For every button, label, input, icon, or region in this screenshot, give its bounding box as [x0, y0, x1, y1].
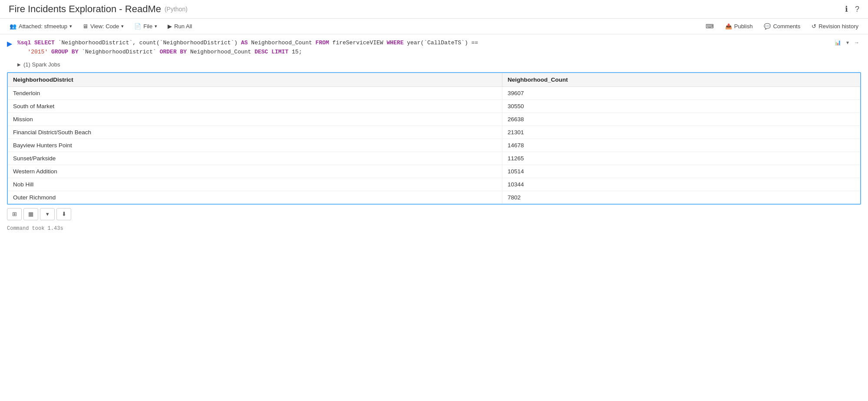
table-icon: ⊞ [12, 211, 17, 217]
sql-keyword: %sql [17, 40, 34, 46]
cell-count: 21301 [502, 126, 860, 139]
keyboard-button[interactable]: ⌨ [701, 21, 718, 31]
keyboard-icon: ⌨ [706, 23, 714, 30]
cell-code: %sql SELECT `NeighborhoodDistrict`, coun… [17, 39, 861, 57]
code-line-2: '2015' GROUP BY `NeighborhoodDistrict` O… [17, 48, 861, 57]
table-header-row: NeighborhoodDistrict Neighborhood_Count [8, 73, 860, 87]
comments-button[interactable]: 💬 Comments [759, 21, 805, 31]
chart-view-button[interactable]: ▦ [23, 208, 38, 220]
attached-label: Attached: sfmeetup [19, 23, 67, 30]
view-chevron: ▾ [121, 23, 124, 29]
toolbar: 👥 Attached: sfmeetup ▾ 🖥 View: Code ▾ 📄 … [0, 19, 868, 34]
toolbar-right: ⌨ 📤 Publish 💬 Comments ↺ Revision histor… [701, 21, 863, 31]
revision-icon: ↺ [812, 23, 816, 30]
cell-expand-button[interactable]: ▾ [845, 39, 851, 46]
table-row: Western Addition10514 [8, 165, 860, 178]
title-bar: Fire Incidents Exploration - ReadMe (Pyt… [0, 0, 868, 19]
chart-type-dropdown[interactable]: ▾ [40, 208, 55, 220]
status-text: Command took 1.43s [7, 225, 63, 232]
table-row: Tenderloin39607 [8, 86, 860, 99]
spark-jobs-label: (1) Spark Jobs [23, 61, 60, 68]
cell-count: 10514 [502, 165, 860, 178]
cell-district: Financial District/South Beach [8, 126, 502, 139]
dropdown-icon: ▾ [46, 211, 49, 217]
cell-district: Outer Richmond [8, 191, 502, 204]
cell-district: Mission [8, 113, 502, 126]
info-icon[interactable]: ℹ [845, 4, 848, 14]
bottom-toolbar: ⊞ ▦ ▾ ⬇ [7, 205, 861, 224]
page-title: Fire Incidents Exploration - ReadMe [9, 3, 161, 15]
title-lang: (Python) [165, 6, 188, 13]
cell-district: South of Market [8, 99, 502, 113]
table-row: Sunset/Parkside11265 [8, 152, 860, 165]
cell-count: 26638 [502, 113, 860, 126]
comments-label: Comments [773, 23, 800, 30]
download-button[interactable]: ⬇ [56, 208, 71, 220]
cell-count: 30550 [502, 99, 860, 113]
cell-district: Western Addition [8, 165, 502, 178]
data-table-wrapper: NeighborhoodDistrict Neighborhood_Count … [7, 72, 861, 205]
attached-icon: 👥 [10, 23, 17, 30]
revision-label: Revision history [818, 23, 858, 30]
cell-count: 14678 [502, 139, 860, 152]
select-keyword: SELECT [34, 40, 55, 46]
comments-icon: 💬 [764, 23, 771, 30]
table-row: Nob Hill10344 [8, 178, 860, 191]
header-neighborhood-count: Neighborhood_Count [502, 73, 860, 87]
cell-run-button[interactable]: ▶ [7, 40, 14, 48]
bar-chart-icon: ▦ [28, 211, 33, 217]
title-bar-right: ℹ ? [845, 4, 859, 14]
code-cell: ▶ %sql SELECT `NeighborhoodDistrict`, co… [7, 39, 861, 57]
cell-district: Tenderloin [8, 86, 502, 99]
publish-button[interactable]: 📤 Publish [721, 21, 757, 31]
publish-label: Publish [734, 23, 753, 30]
status-line: Command took 1.43s [7, 224, 861, 235]
title-bar-left: Fire Incidents Exploration - ReadMe (Pyt… [9, 3, 188, 15]
spark-triangle-icon: ▶ [17, 62, 21, 67]
cell-count: 39607 [502, 86, 860, 99]
header-neighborhood-district: NeighborhoodDistrict [8, 73, 502, 87]
help-icon[interactable]: ? [855, 5, 859, 14]
cell-district: Sunset/Parkside [8, 152, 502, 165]
file-icon: 📄 [134, 23, 141, 30]
table-row: Financial District/South Beach21301 [8, 126, 860, 139]
attached-chevron: ▾ [69, 23, 72, 29]
cell-count: 11265 [502, 152, 860, 165]
table-row: Mission26638 [8, 113, 860, 126]
cell-district: Bayview Hunters Point [8, 139, 502, 152]
view-icon: 🖥 [83, 23, 88, 30]
revision-history-button[interactable]: ↺ Revision history [807, 21, 863, 31]
view-label: View: Code [90, 23, 119, 30]
spark-jobs[interactable]: ▶ (1) Spark Jobs [7, 60, 861, 72]
run-all-button[interactable]: ▶ Run All [163, 21, 196, 31]
chart-icon-button[interactable]: 📊 [833, 39, 843, 46]
download-icon: ⬇ [62, 211, 66, 217]
table-body: Tenderloin39607South of Market30550Missi… [8, 86, 860, 204]
code-line-1: %sql SELECT `NeighborhoodDistrict`, coun… [17, 39, 861, 48]
table-view-button[interactable]: ⊞ [7, 208, 22, 220]
view-menu[interactable]: 🖥 View: Code ▾ [78, 21, 128, 31]
table-row: Bayview Hunters Point14678 [8, 139, 860, 152]
results-table: NeighborhoodDistrict Neighborhood_Count … [8, 73, 860, 204]
run-all-icon: ▶ [168, 23, 172, 30]
cell-count: 7802 [502, 191, 860, 204]
cell-district: Nob Hill [8, 178, 502, 191]
table-row: South of Market30550 [8, 99, 860, 113]
file-chevron: ▾ [155, 23, 157, 29]
cell-area: ▶ %sql SELECT `NeighborhoodDistrict`, co… [0, 34, 868, 239]
table-row: Outer Richmond7802 [8, 191, 860, 204]
cell-more-button[interactable]: → [852, 39, 861, 46]
run-all-label: Run All [174, 23, 192, 30]
cell-count: 10344 [502, 178, 860, 191]
publish-icon: 📤 [725, 23, 732, 30]
file-label: File [143, 23, 152, 30]
cell-toolbar-right: 📊 ▾ → [833, 39, 861, 46]
file-menu[interactable]: 📄 File ▾ [130, 21, 162, 31]
attached-menu[interactable]: 👥 Attached: sfmeetup ▾ [5, 21, 76, 31]
